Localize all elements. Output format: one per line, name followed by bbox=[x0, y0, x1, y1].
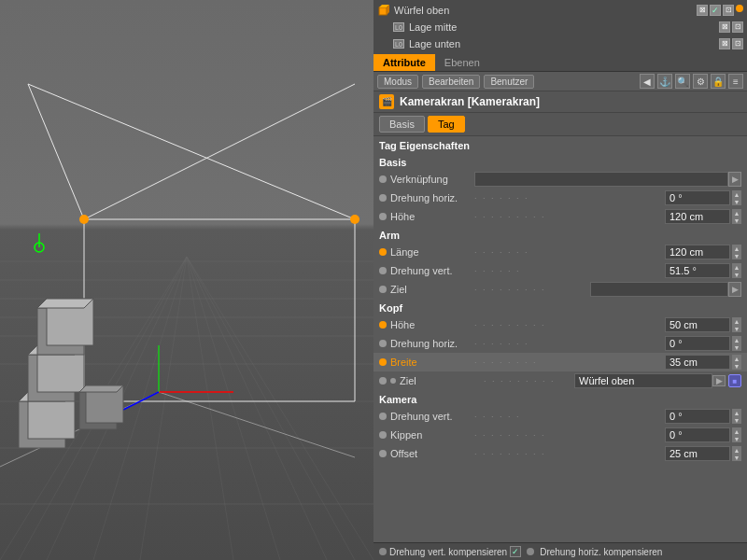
spin-up[interactable]: ▲ bbox=[732, 190, 741, 198]
settings-icon[interactable]: ⚙ bbox=[693, 74, 708, 89]
label-drehung-horiz-basis: Drehung horiz. bbox=[390, 192, 474, 203]
svg-line-14 bbox=[187, 257, 280, 560]
spin-up-8[interactable]: ▲ bbox=[732, 409, 741, 416]
svg-line-18 bbox=[187, 257, 355, 560]
back-icon[interactable]: ◀ bbox=[640, 74, 655, 89]
object-item-wuerfel[interactable]: Würfel oben ⊠ ✓ ⊡ bbox=[377, 2, 743, 19]
spin-up-6[interactable]: ▲ bbox=[732, 336, 741, 343]
input-hoehe-kopf[interactable] bbox=[665, 317, 730, 332]
bearbeiten-button[interactable]: Bearbeiten bbox=[422, 75, 480, 89]
properties-area[interactable]: Tag Eigenschaften Basis Verknüpfung ▶ Dr… bbox=[374, 136, 747, 542]
label-kippen: Kippen bbox=[390, 429, 474, 441]
checkbox-vert[interactable]: ✓ bbox=[510, 546, 521, 557]
prop-hoehe-basis: Höhe · · · · · · · · · ▲ ▼ bbox=[374, 207, 747, 226]
modus-button[interactable]: Modus bbox=[377, 75, 418, 89]
indicator-laenge bbox=[379, 248, 387, 256]
spinner-drehung-horiz-basis[interactable]: ▲ ▼ bbox=[732, 190, 741, 205]
arrow-ziel-kopf[interactable]: ▶ bbox=[712, 375, 726, 386]
indicator-offset bbox=[379, 450, 387, 457]
spin-down-7[interactable]: ▼ bbox=[732, 362, 741, 370]
spin-down-9[interactable]: ▼ bbox=[732, 435, 741, 442]
spinner-hoehe-basis[interactable]: ▲ ▼ bbox=[732, 209, 741, 224]
check-icon-3[interactable]: ⊡ bbox=[732, 38, 743, 49]
input-breite[interactable] bbox=[665, 355, 730, 370]
spin-up-2[interactable]: ▲ bbox=[732, 209, 741, 217]
spin-down-5[interactable]: ▼ bbox=[732, 325, 741, 332]
tab-tag[interactable]: Tag bbox=[428, 116, 465, 133]
svg-marker-39 bbox=[37, 299, 93, 308]
indicator-hoehe-basis bbox=[379, 213, 387, 220]
object-item-lage-unten[interactable]: L0 Lage unten ⊠ ⊡ bbox=[377, 35, 743, 52]
visibility-icon[interactable]: ⊠ bbox=[697, 5, 708, 16]
spin-down-3[interactable]: ▼ bbox=[732, 252, 741, 259]
input-hoehe-basis[interactable] bbox=[665, 209, 730, 224]
input-drehung-vert-arm[interactable] bbox=[665, 263, 730, 278]
svg-line-24 bbox=[84, 84, 355, 219]
spinner-breite[interactable]: ▲ ▼ bbox=[732, 355, 741, 370]
spin-up-9[interactable]: ▲ bbox=[732, 427, 741, 435]
arrow-verknuepfung[interactable]: ▶ bbox=[728, 172, 741, 187]
spin-up-4[interactable]: ▲ bbox=[732, 263, 741, 271]
label-laenge: Länge bbox=[390, 246, 474, 258]
input-ziel-kopf[interactable] bbox=[574, 373, 712, 388]
spinner-kippen[interactable]: ▲ ▼ bbox=[732, 427, 741, 442]
prop-drehung-vert-kamera: Drehung vert. · · · · · · ▲ ▼ bbox=[374, 407, 747, 426]
spinner-hoehe-kopf[interactable]: ▲ ▼ bbox=[732, 317, 741, 332]
section-arm: Arm bbox=[374, 226, 747, 243]
spinner-drehung-horiz-kopf[interactable]: ▲ ▼ bbox=[732, 336, 741, 351]
section-tag-eigenschaften: Tag Eigenschaften bbox=[374, 136, 747, 153]
label-hoehe-kopf: Höhe bbox=[390, 319, 474, 330]
label-drehung-vert-arm: Drehung vert. bbox=[390, 265, 474, 276]
spin-down-4[interactable]: ▼ bbox=[732, 271, 741, 278]
input-laenge[interactable] bbox=[665, 245, 730, 259]
check-icon[interactable]: ✓ bbox=[710, 5, 721, 16]
spin-down-2[interactable]: ▼ bbox=[732, 217, 741, 224]
svg-marker-42 bbox=[79, 385, 123, 392]
spin-down[interactable]: ▼ bbox=[732, 198, 741, 205]
prop-kippen: Kippen · · · · · · · · · ▲ ▼ bbox=[374, 426, 747, 444]
search-icon[interactable]: 🔍 bbox=[675, 74, 690, 89]
check-drehung-horiz[interactable]: Drehung horiz. kompensieren bbox=[540, 547, 662, 557]
spin-up-7[interactable]: ▲ bbox=[732, 355, 741, 362]
input-kippen[interactable] bbox=[665, 427, 730, 442]
section-kopf: Kopf bbox=[374, 299, 747, 315]
spin-down-10[interactable]: ▼ bbox=[732, 454, 741, 461]
spinner-laenge[interactable]: ▲ ▼ bbox=[732, 245, 741, 259]
input-offset[interactable] bbox=[665, 446, 730, 461]
check-drehung-vert[interactable]: Drehung vert. kompensieren ✓ bbox=[379, 546, 521, 557]
section-basis: Basis bbox=[374, 153, 747, 170]
input-ziel-arm[interactable] bbox=[590, 282, 728, 297]
spinner-drehung-vert-arm[interactable]: ▲ ▼ bbox=[732, 263, 741, 278]
tab-ebenen[interactable]: Ebenen bbox=[435, 54, 489, 71]
input-drehung-horiz-basis[interactable] bbox=[665, 190, 730, 205]
tab-attribute[interactable]: Attribute bbox=[374, 54, 435, 71]
check-icon-2[interactable]: ⊡ bbox=[732, 21, 743, 33]
label-breite: Breite bbox=[390, 357, 474, 368]
input-verknuepfung[interactable] bbox=[474, 172, 728, 187]
indicator-ziel-kopf bbox=[379, 377, 387, 385]
section-kamera: Kamera bbox=[374, 390, 747, 407]
input-drehung-horiz-kopf[interactable] bbox=[665, 336, 730, 351]
indicator-ziel-arm bbox=[379, 286, 387, 293]
viewport-3d[interactable] bbox=[0, 0, 374, 560]
anchor-icon[interactable]: ⚓ bbox=[657, 74, 672, 89]
spinner-drehung-vert-kamera[interactable]: ▲ ▼ bbox=[732, 409, 741, 424]
menu-icon[interactable]: ≡ bbox=[728, 74, 743, 89]
object-item-lage-mitte[interactable]: L0 Lage mitte ⊠ ⊡ bbox=[377, 19, 743, 35]
vis-icon-2[interactable]: ⊠ bbox=[719, 21, 730, 33]
spin-down-6[interactable]: ▼ bbox=[732, 343, 741, 351]
benutzer-button[interactable]: Benutzer bbox=[484, 75, 534, 89]
lock-icon[interactable]: 🔒 bbox=[711, 74, 726, 89]
blue-cube-icon: ■ bbox=[728, 374, 741, 387]
spinner-offset[interactable]: ▲ ▼ bbox=[732, 446, 741, 461]
spin-up-5[interactable]: ▲ bbox=[732, 317, 741, 325]
spin-down-8[interactable]: ▼ bbox=[732, 416, 741, 424]
input-drehung-vert-kamera[interactable] bbox=[665, 409, 730, 424]
vis-icon-3[interactable]: ⊠ bbox=[719, 38, 730, 49]
tab-basis[interactable]: Basis bbox=[379, 116, 425, 133]
svg-line-16 bbox=[187, 257, 233, 560]
spin-up-10[interactable]: ▲ bbox=[732, 446, 741, 454]
arrow-ziel-arm[interactable]: ▶ bbox=[728, 282, 741, 297]
spin-up-3[interactable]: ▲ bbox=[732, 245, 741, 252]
render-icon[interactable]: ⊡ bbox=[723, 5, 734, 16]
